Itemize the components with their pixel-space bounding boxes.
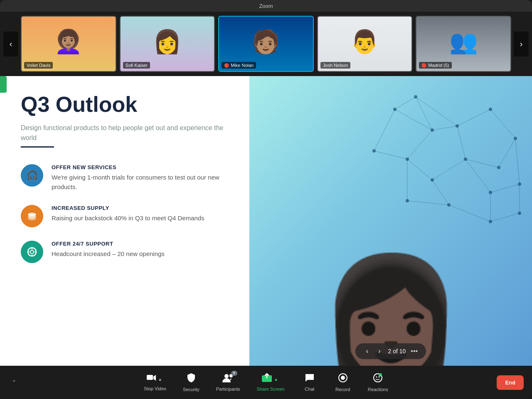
participant-face-3: 🧑🏽 [251,30,280,53]
participant-face-1: 👩🏽‍🦱 [54,30,83,53]
end-button[interactable]: End [497,375,524,390]
participants-label: Participants [216,387,240,392]
record-icon [338,373,348,385]
participants-icon: 7 [222,373,234,385]
slide-icon-1: 🎧 [21,164,43,187]
slide-item-heading-1: OFFER NEW SERVICES [52,164,229,170]
slide-navigation: ‹ › 2 of 10 ••• [355,343,426,359]
stop-video-label: Stop Video [144,386,166,391]
slide-item-1: 🎧 OFFER NEW SERVICES We're giving 1-mont… [21,164,229,192]
slide-green-bar [0,76,7,93]
participant-name-4: Josh Nelson [320,62,351,69]
mute-icon-5: 🔴 [421,63,426,68]
slide-item-heading-3: OFFER 24/7 SUPPORT [52,241,165,247]
slide-underline [21,146,54,148]
svg-point-52 [224,374,229,378]
svg-text:+: + [380,374,381,377]
participant-name-5: 🔴 Madrid (5) [419,62,451,69]
participant-strip: ‹ 👩🏽‍🦱 Voilet Davis 👩 Sofi Kaiser 🧑🏽 🔴 M… [0,12,532,76]
svg-rect-51 [147,375,153,380]
slide-title: Q3 Outlook [21,93,229,116]
participant-face-5: 👥 [449,30,478,53]
security-button[interactable]: Security [175,369,208,395]
toolbar: ⌃ ▲ Stop Video Security [0,366,532,399]
title-bar: Zoom [0,0,532,12]
slide-item-2: INCREASED SUPPLY Raising our backstock 4… [21,205,229,227]
reactions-button[interactable]: + Reactions [360,369,397,395]
reactions-icon: + [373,373,383,385]
chat-label: Chat [305,387,314,392]
participant-face-2: 👩 [153,30,182,53]
stop-video-icon [146,374,156,384]
participant-thumb-5[interactable]: 👥 🔴 Madrid (5) [416,16,511,72]
share-screen-label: Share Screen [256,387,284,392]
slide-icon-2 [21,205,43,227]
participant-name-3: 🔴 Mike Nolan [222,62,256,69]
mute-icon-3: 🔴 [224,63,229,68]
record-label: Record [335,387,350,392]
presenter-container: 👩🏿 [249,76,532,366]
slide-panel: Q3 Outlook Design functional products to… [0,76,249,366]
reactions-label: Reactions [368,387,388,392]
chat-button[interactable]: Chat [293,370,326,395]
stop-video-button[interactable]: ▲ Stop Video [135,370,175,394]
slide-menu-button[interactable]: ••• [411,347,418,355]
strip-nav-right[interactable]: › [514,32,529,57]
share-screen-icon [261,373,272,385]
slide-count: 2 of 10 [388,348,406,355]
video-panel: 👩🏿 ‹ › 2 of 10 ••• [249,76,532,366]
slide-next-button[interactable]: › [376,347,383,356]
main-content-area: Q3 Outlook Design functional products to… [0,76,532,366]
share-screen-caret[interactable]: ▲ [272,377,280,382]
record-button[interactable]: Record [326,369,360,395]
expand-icon[interactable]: ⌃ [8,376,20,389]
slide-subtitle: Design functional products to help peopl… [21,123,229,143]
toolbar-right: End [488,375,524,390]
svg-point-2 [28,217,36,220]
participant-thumb-1[interactable]: 👩🏽‍🦱 Voilet Davis [21,16,116,72]
app-title: Zoom [259,3,273,9]
strip-nav-left[interactable]: ‹ [3,32,18,57]
svg-point-56 [341,376,345,380]
toolbar-left: ⌃ [8,376,20,389]
participant-name-1: Voilet Davis [24,62,53,69]
slide-item-3: OFFER 24/7 SUPPORT Headcount increased –… [21,241,229,263]
security-icon [187,373,196,385]
chat-icon [305,373,315,385]
participant-face-4: 👨 [350,30,379,53]
slide-prev-button[interactable]: ‹ [364,347,371,356]
slide-item-heading-2: INCREASED SUPPLY [52,205,204,211]
participant-thumb-3[interactable]: 🧑🏽 🔴 Mike Nolan [218,16,314,72]
share-screen-button[interactable]: ▲ Share Screen [248,370,293,395]
participant-thumb-4[interactable]: 👨 Josh Nelson [317,16,413,72]
svg-point-4 [30,250,34,254]
toolbar-center: ▲ Stop Video Security 7 [8,369,524,395]
stop-video-caret[interactable]: ▲ [156,377,164,382]
participants-badge: 7 [231,371,237,376]
slide-item-text-2: Raising our backstock 40% in Q3 to meet … [52,214,204,223]
slide-item-text-3: Headcount increased – 20 new openings [52,249,165,259]
slide-item-text-1: We're giving 1-month trials for consumer… [52,173,229,192]
participant-thumb-2[interactable]: 👩 Sofi Kaiser [120,16,215,72]
participant-name-2: Sofi Kaiser [123,62,150,69]
slide-icon-3 [21,241,43,263]
security-label: Security [183,387,200,392]
svg-point-58 [376,377,377,378]
participants-button[interactable]: 7 Participants [208,370,248,395]
